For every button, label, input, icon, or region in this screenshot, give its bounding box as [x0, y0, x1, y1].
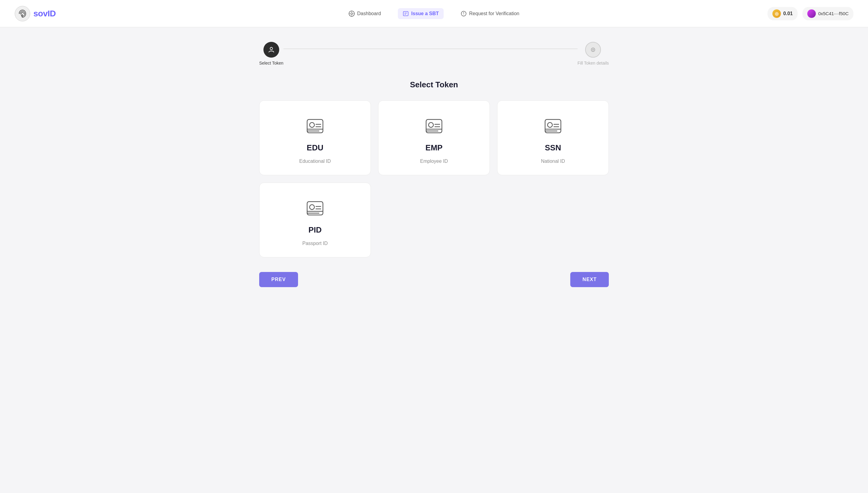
next-button[interactable]: NEXT	[570, 272, 609, 287]
nav-dashboard[interactable]: Dashboard	[344, 8, 386, 19]
balance-badge: ◎ 0.01	[768, 7, 798, 20]
token-card-edu[interactable]: EDU Educational ID	[259, 100, 371, 175]
pid-name: PID	[308, 225, 321, 235]
stepper: Select Token Fill Token details	[259, 42, 609, 65]
prev-button[interactable]: PREV	[259, 272, 298, 287]
step-1-circle	[263, 42, 279, 58]
svg-point-19	[309, 123, 315, 127]
nav-request-label: Request for Verification	[469, 11, 519, 16]
token-grid-row2: PID Passport ID	[259, 183, 609, 257]
svg-rect-8	[403, 12, 408, 16]
wallet-area: ◎ 0.01 0x5C41····f50C	[768, 7, 853, 20]
main-content: Select Token Fill Token details Select T…	[252, 27, 616, 302]
step-2-label: Fill Token details	[578, 61, 609, 65]
navbar: sovID Dashboard	[0, 0, 868, 27]
footer-buttons: PREV NEXT	[259, 272, 609, 287]
svg-point-31	[547, 123, 552, 127]
nav-issue-sbt[interactable]: Issue a SBT	[398, 8, 444, 19]
token-icon-edu	[304, 115, 326, 137]
emp-name: EMP	[425, 143, 443, 152]
pid-desc: Passport ID	[302, 241, 328, 246]
wallet-address-text: 0x5C41····f50C	[818, 11, 849, 16]
token-card-emp[interactable]: EMP Employee ID	[378, 100, 490, 175]
step-1: Select Token	[259, 42, 283, 65]
logo-icon	[15, 6, 31, 22]
section-title: Select Token	[259, 80, 609, 89]
step-1-label: Select Token	[259, 61, 283, 65]
token-icon-emp	[423, 115, 445, 137]
wallet-address-badge[interactable]: 0x5C41····f50C	[803, 7, 853, 20]
svg-point-14	[270, 47, 272, 50]
svg-point-37	[309, 205, 315, 210]
nav-links: Dashboard Issue a SBT Request for Ve	[344, 8, 524, 19]
svg-point-25	[428, 123, 433, 127]
issue-sbt-icon	[403, 10, 409, 17]
nav-dashboard-label: Dashboard	[357, 11, 381, 16]
svg-point-0	[15, 6, 30, 21]
request-icon	[461, 10, 467, 17]
step-line	[283, 48, 578, 49]
token-icon-pid	[304, 197, 326, 219]
nav-request[interactable]: Request for Verification	[456, 8, 524, 19]
logo[interactable]: sovID	[15, 6, 56, 22]
nav-issue-label: Issue a SBT	[411, 11, 439, 16]
token-grid-row1: EDU Educational ID EMP Employee ID	[259, 100, 609, 175]
ssn-name: SSN	[545, 143, 561, 152]
emp-desc: Employee ID	[420, 158, 448, 164]
edu-name: EDU	[307, 143, 324, 152]
logo-text: sovID	[33, 9, 56, 19]
dashboard-icon	[349, 10, 355, 17]
svg-point-13	[463, 14, 464, 15]
balance-icon: ◎	[772, 9, 781, 18]
token-card-ssn[interactable]: SSN National ID	[497, 100, 609, 175]
token-icon-ssn	[542, 115, 564, 137]
ssn-desc: National ID	[541, 158, 565, 164]
wallet-avatar	[807, 9, 816, 18]
step-2: Fill Token details	[578, 42, 609, 65]
balance-value: 0.01	[783, 11, 793, 16]
step-2-circle	[585, 42, 601, 58]
edu-desc: Educational ID	[299, 158, 331, 164]
token-card-pid[interactable]: PID Passport ID	[259, 183, 371, 257]
svg-point-3	[351, 13, 353, 15]
